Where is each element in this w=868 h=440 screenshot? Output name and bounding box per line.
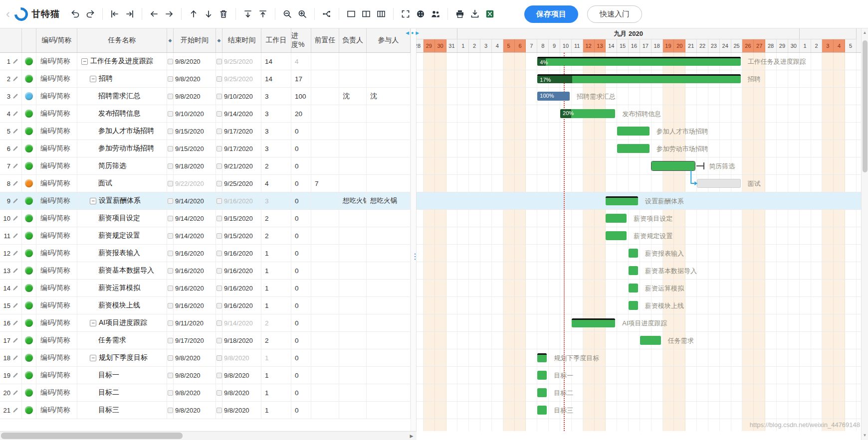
status-icon[interactable] [25,371,33,379]
cell-progress[interactable]: 0 [291,367,311,384]
cell-progress[interactable]: 0 [291,227,311,244]
cell-duration[interactable]: 3 [261,88,291,105]
cell-code[interactable]: 编码/简称 [36,105,77,122]
cell-predecessor[interactable] [311,53,339,70]
task-row[interactable]: 5编码/简称参加人才市场招聘9/15/20209/17/202030 [0,123,411,140]
horizontal-scrollbar[interactable]: ▶ [0,431,417,440]
cell-predecessor[interactable] [311,332,339,349]
cell-participants[interactable] [367,367,411,384]
column-header-name[interactable]: 任务名称 [77,28,167,52]
cell-progress[interactable]: 0 [291,192,311,209]
task-row[interactable]: 18编码/简称−规划下季度目标9/8/20209/8/202010 [0,349,411,367]
task-row[interactable]: 19编码/简称目标一9/8/20209/8/202010 [0,367,411,384]
column-header-owner[interactable]: 负责人 [339,28,367,52]
gantt-bar[interactable] [651,161,695,170]
cell-task-name[interactable]: 招聘需求汇总 [77,88,167,105]
milestone-checkbox[interactable] [168,303,173,308]
cell-predecessor[interactable] [311,297,339,314]
cell-owner[interactable] [339,105,367,122]
cell-progress[interactable]: 0 [291,402,311,419]
milestone-checkbox[interactable] [168,320,173,326]
cell-code[interactable]: 编码/简称 [36,70,77,87]
cell-code[interactable]: 编码/简称 [36,123,77,140]
cell-duration[interactable]: 3 [261,192,291,209]
status-icon[interactable] [25,214,33,222]
cell-progress[interactable]: 0 [291,280,311,296]
status-icon[interactable] [25,354,33,362]
cell-predecessor[interactable] [311,227,339,244]
cell-start-date[interactable]: 9/14/2020 [174,227,216,244]
cell-duration[interactable]: 1 [261,349,291,366]
milestone-checkbox[interactable] [168,111,173,117]
milestone-checkbox[interactable] [217,286,222,291]
cell-participants[interactable] [367,245,411,262]
horizontal-scrollbar-thumb[interactable] [1,433,183,439]
collapse-all-icon[interactable] [255,5,270,22]
cell-owner[interactable] [339,157,367,174]
task-row[interactable]: 14编码/简称薪资运算模拟9/16/20209/16/202010 [0,280,411,297]
cell-duration[interactable]: 1 [261,245,291,262]
cell-start-date[interactable]: 9/8/2020 [174,367,216,384]
column-header-ms1[interactable]: ◆ [167,28,174,52]
cell-progress[interactable]: 0 [291,262,311,279]
column-header-ms2[interactable]: ◆ [216,28,222,52]
milestone-checkbox[interactable] [168,94,173,99]
cell-end-date[interactable]: 9/16/2020 [222,297,261,314]
cell-duration[interactable]: 1 [261,297,291,314]
cell-duration[interactable]: 3 [261,105,291,122]
task-row[interactable]: 21编码/简称目标三9/8/20209/8/202010 [0,402,411,419]
vertical-scrollbar[interactable]: ▲ ▼ [861,28,868,440]
edit-icon[interactable] [12,390,18,396]
cell-end-date[interactable]: 9/14/2020 [222,105,261,122]
style-icon[interactable] [413,5,428,22]
milestone-checkbox[interactable] [217,320,222,326]
cell-predecessor[interactable] [311,105,339,122]
delete-icon[interactable] [216,5,231,22]
cell-participants[interactable] [367,280,411,296]
status-icon[interactable] [25,284,33,292]
cell-predecessor[interactable] [311,280,339,296]
edit-icon[interactable] [12,337,18,343]
cell-progress[interactable]: 17 [291,70,311,87]
cell-owner[interactable] [339,123,367,140]
milestone-checkbox[interactable] [217,303,222,308]
column-header-status[interactable] [22,28,36,52]
cell-duration[interactable]: 3 [261,140,291,157]
cell-owner[interactable]: 想吃火锅 [339,192,367,209]
cell-participants[interactable] [367,349,411,366]
edit-icon[interactable] [12,163,18,169]
cell-participants[interactable] [367,175,411,192]
gantt-bar[interactable] [537,353,547,362]
cell-owner[interactable]: 沈 [339,88,367,105]
milestone-checkbox[interactable] [217,181,222,186]
cell-code[interactable]: 编码/简称 [36,314,77,331]
bar-resize-handle[interactable] [696,165,703,166]
milestone-checkbox[interactable] [168,390,173,396]
milestone-checkbox[interactable] [217,251,222,256]
cell-start-date[interactable]: 9/16/2020 [174,297,216,314]
edit-icon[interactable] [12,250,18,256]
cell-progress[interactable]: 0 [291,349,311,366]
cell-code[interactable]: 编码/简称 [36,210,77,227]
cell-code[interactable]: 编码/简称 [36,175,77,192]
cell-predecessor[interactable] [311,367,339,384]
layout-single-icon[interactable] [344,5,359,22]
column-header-start[interactable]: 开始时间 [174,28,216,52]
milestone-checkbox[interactable] [168,268,173,274]
cell-code[interactable]: 编码/简称 [36,402,77,419]
cell-duration[interactable]: 1 [261,367,291,384]
expand-all-icon[interactable] [240,5,255,22]
cell-owner[interactable] [339,332,367,349]
cell-predecessor[interactable] [311,157,339,174]
splitter-collapse-left-icon[interactable]: ◀ [406,30,409,35]
column-header-progress[interactable]: 进度% [291,28,311,52]
cell-participants[interactable] [367,297,411,314]
cell-code[interactable]: 编码/简称 [36,157,77,174]
cell-progress[interactable]: 4 [291,53,311,70]
cell-code[interactable]: 编码/简称 [36,140,77,157]
milestone-checkbox[interactable] [168,286,173,291]
cell-task-name[interactable]: 薪资模块上线 [77,297,167,314]
cell-participants[interactable] [367,105,411,122]
status-icon[interactable] [25,57,33,65]
gantt-bar[interactable] [617,144,650,153]
